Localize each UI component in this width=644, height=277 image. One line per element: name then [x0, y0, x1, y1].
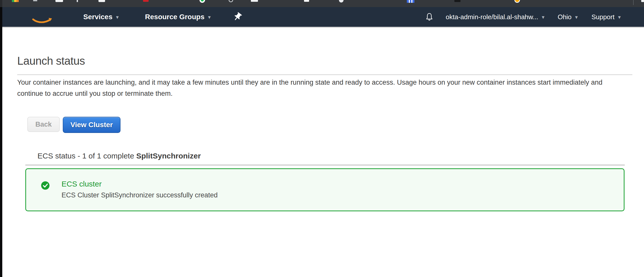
ecs-cluster-success-card: ECS cluster ECS Cluster SplitSynchronize… [25, 168, 625, 211]
ecs-status-heading-prefix: ECS status - 1 of 1 complete [37, 152, 136, 160]
favicon-fragment [55, 0, 63, 2]
nav-support-label: Support [591, 13, 614, 21]
main-content: Launch status Your container instances a… [2, 28, 644, 277]
nav-support-menu[interactable]: Support ▾ [591, 13, 621, 21]
navbar-left-group: Services ▾ Resource Groups ▾ [2, 9, 243, 25]
title-divider [17, 74, 632, 75]
pin-icon[interactable] [232, 11, 243, 23]
favicon-fragment [98, 0, 105, 2]
favicon-fragment [339, 0, 344, 3]
favicon-fragment [641, 0, 644, 2]
nav-region-menu[interactable]: Ohio ▾ [558, 13, 578, 21]
chevron-down-icon: ▾ [116, 14, 119, 20]
ecs-cluster-card-message: ECS Cluster SplitSynchronizer successful… [62, 191, 218, 199]
navbar-right-group: okta-admin-role/bilal.al-shahw... ▾ Ohio… [425, 12, 621, 22]
ecs-status-heading: ECS status - 1 of 1 complete SplitSynchr… [37, 152, 201, 160]
back-button[interactable]: Back [27, 117, 60, 132]
check-circle-icon [41, 181, 50, 190]
favicon-fragment [12, 0, 19, 2]
screen-edge-strip [0, 0, 2, 277]
favicon-fragment [199, 0, 205, 3]
chevron-down-icon: ▾ [208, 14, 211, 20]
favicon-fragment [143, 0, 149, 2]
favicon-fragment [304, 0, 309, 2]
action-button-row: Back View Cluster [27, 117, 120, 133]
screen: Services ▾ Resource Groups ▾ okta-admin-… [0, 0, 644, 277]
nav-resource-groups-label: Resource Groups [145, 13, 205, 21]
page-title: Launch status [17, 55, 85, 67]
chevron-down-icon: ▾ [542, 14, 545, 20]
ecs-status-cluster-name: SplitSynchronizer [136, 152, 201, 160]
browser-tab-strip [2, 0, 644, 7]
aws-logo[interactable] [32, 9, 53, 25]
nav-region-label: Ohio [558, 13, 572, 21]
favicon-fragment [33, 0, 37, 1]
nav-account-menu[interactable]: okta-admin-role/bilal.al-shahw... ▾ [446, 13, 545, 21]
nav-resource-groups-menu[interactable]: Resource Groups ▾ [145, 13, 211, 21]
chevron-down-icon: ▾ [575, 14, 578, 20]
tab-separator [633, 0, 634, 5]
favicon-fragment [407, 0, 414, 3]
favicon-fragment [229, 0, 233, 2]
ecs-cluster-card-title: ECS cluster [62, 180, 102, 188]
favicon-fragment [251, 0, 258, 2]
ecs-status-divider [25, 165, 625, 166]
nav-services-menu[interactable]: Services ▾ [83, 13, 119, 21]
nav-account-label: okta-admin-role/bilal.al-shahw... [446, 13, 538, 21]
nav-services-label: Services [83, 13, 112, 21]
favicon-fragment [514, 0, 520, 3]
chevron-down-icon: ▾ [618, 14, 621, 20]
favicon-fragment [454, 0, 460, 2]
launch-status-description: Your container instances are launching, … [17, 77, 630, 99]
aws-navbar: Services ▾ Resource Groups ▾ okta-admin-… [2, 7, 644, 28]
favicon-fragment [77, 0, 78, 2]
view-cluster-button[interactable]: View Cluster [63, 117, 120, 133]
notifications-bell-icon[interactable] [425, 12, 434, 22]
